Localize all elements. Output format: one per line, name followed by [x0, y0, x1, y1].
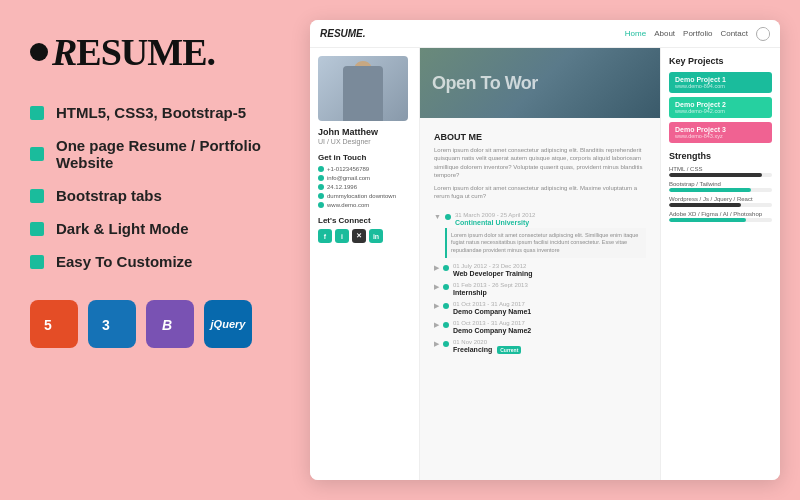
timeline-item-company2: ▶ 01 Oct 2013 - 31 Aug 2017 Demo Company…: [434, 320, 646, 334]
project-title-1: Demo Project 1: [675, 76, 766, 83]
timeline-item-company1: ▶ 01 Oct 2013 - 31 Aug 2017 Demo Company…: [434, 301, 646, 315]
twitter-icon[interactable]: ✕: [352, 229, 366, 243]
timeline-arrow[interactable]: ▶: [434, 321, 439, 329]
timeline-header: 01 July 2012 - 23 Dec 2012 Web Developer…: [453, 263, 533, 277]
feature-item: Bootstrap tabs: [30, 187, 290, 204]
logo-area: RESUME.: [30, 30, 290, 74]
hero-text: Open To Wor: [432, 73, 538, 94]
calendar-icon: [318, 184, 324, 190]
svg-text:3: 3: [102, 317, 110, 333]
nav-link-about[interactable]: About: [654, 29, 675, 38]
timeline-arrow[interactable]: ▶: [434, 264, 439, 272]
feature-label: Dark & Light Mode: [56, 220, 189, 237]
facebook-icon[interactable]: f: [318, 229, 332, 243]
bootstrap-icon: B: [146, 300, 194, 348]
timeline-arrow[interactable]: ▶: [434, 340, 439, 348]
contact-website: www.demo.com: [318, 202, 411, 208]
project-url-1: www.demo-894.com: [675, 83, 766, 89]
skill-label-bootstrap: Bootstrap / Tailwind: [669, 181, 772, 187]
phone-icon: [318, 166, 324, 172]
skill-item-html: HTML / CSS: [669, 166, 772, 177]
social-icons-row: f i ✕ in: [318, 229, 411, 243]
timeline-date: 01 Nov 2020: [453, 339, 521, 345]
jquery-icon: jQuery: [204, 300, 252, 348]
project-title-3: Demo Project 3: [675, 126, 766, 133]
timeline-title: Web Developer Training: [453, 270, 533, 277]
timeline-header: 01 Oct 2013 - 31 Aug 2017 Demo Company N…: [453, 301, 531, 315]
tech-icons-row: 5 3 B jQuery: [30, 300, 290, 348]
nav-link-home[interactable]: Home: [625, 29, 646, 38]
feature-item: Dark & Light Mode: [30, 220, 290, 237]
timeline-section: ▼ 31 March 2009 - 25 April 2012 Continen…: [426, 212, 654, 367]
avatar-image: [318, 56, 408, 121]
skill-bar-fill: [669, 188, 751, 192]
hero-banner: Open To Wor: [420, 48, 660, 118]
preview-body: John Matthew UI / UX Designer Get in Tou…: [310, 48, 780, 480]
feature-item: Easy To Customize: [30, 253, 290, 270]
project-card-2[interactable]: Demo Project 2 www.demo-942.com: [669, 97, 772, 118]
timeline-dot: [443, 322, 449, 328]
bullet-icon: [30, 222, 44, 236]
skill-label-html: HTML / CSS: [669, 166, 772, 172]
skill-bar-bg: [669, 188, 772, 192]
project-url-3: www.demo-843.xyz: [675, 133, 766, 139]
svg-text:5: 5: [44, 317, 52, 333]
timeline-header: 01 Nov 2020 Freelancing Current: [453, 339, 521, 354]
feature-item: One page Resume / Portfolio Website: [30, 137, 290, 171]
nav-link-contact[interactable]: Contact: [720, 29, 748, 38]
preview-main-content: Open To Wor ABOUT ME Lorem ipsum dolor s…: [420, 48, 660, 480]
about-section: ABOUT ME Lorem ipsum dolor sit amet cons…: [426, 124, 654, 212]
timeline-dot: [445, 214, 451, 220]
timeline-header: 01 Feb 2013 - 26 Sept 2013 Internship: [453, 282, 528, 296]
feature-label: HTML5, CSS3, Bootstrap-5: [56, 104, 246, 121]
bullet-icon: [30, 189, 44, 203]
dob-text: 24.12.1996: [327, 184, 357, 190]
phone-number: +1-0123456789: [327, 166, 369, 172]
skill-bar-fill: [669, 203, 741, 207]
project-card-3[interactable]: Demo Project 3 www.demo-843.xyz: [669, 122, 772, 143]
timeline-date: 01 Oct 2013 - 31 Aug 2017: [453, 320, 531, 326]
dark-mode-toggle[interactable]: [756, 27, 770, 41]
left-panel: RESUME. HTML5, CSS3, Bootstrap-5 One pag…: [30, 30, 290, 348]
skill-item-bootstrap: Bootstrap / Tailwind: [669, 181, 772, 192]
preview-panel: RESUME. Home About Portfolio Contact Joh…: [310, 20, 780, 480]
location-text: dummylocation downtown: [327, 193, 396, 199]
timeline-description: Lorem ipsum dolor sit amet consectetur a…: [451, 232, 642, 253]
timeline-arrow[interactable]: ▶: [434, 302, 439, 310]
lets-connect-title: Let's Connect: [318, 216, 411, 225]
timeline-arrow[interactable]: ▼: [434, 213, 441, 220]
about-paragraph-2: Lorem ipsum dolor sit amet consectetur a…: [434, 184, 646, 201]
timeline-arrow[interactable]: ▶: [434, 283, 439, 291]
feature-item: HTML5, CSS3, Bootstrap-5: [30, 104, 290, 121]
strengths-title: Strengths: [669, 151, 772, 161]
profile-name: John Matthew: [318, 127, 411, 137]
timeline-header: 01 Oct 2013 - 31 Aug 2017 Demo Company N…: [453, 320, 531, 334]
skill-bar-bg: [669, 173, 772, 177]
linkedin-icon[interactable]: in: [369, 229, 383, 243]
contact-phone: +1-0123456789: [318, 166, 411, 172]
timeline-item-university: ▼ 31 March 2009 - 25 April 2012 Continen…: [434, 212, 646, 226]
timeline-title: Continental University: [455, 219, 535, 226]
preview-brand: RESUME.: [320, 28, 366, 39]
bullet-icon: [30, 147, 44, 161]
email-icon: [318, 175, 324, 181]
about-left: ABOUT ME Lorem ipsum dolor sit amet cons…: [434, 132, 646, 204]
timeline-title: Demo Company Name2: [453, 327, 531, 334]
skill-bar-fill: [669, 218, 746, 222]
logo-dot-decoration: [30, 43, 48, 61]
skill-bar-bg: [669, 203, 772, 207]
skill-label-wordpress: Wordpress / Js / Jquery / React: [669, 196, 772, 202]
svg-text:B: B: [162, 317, 172, 333]
nav-link-portfolio[interactable]: Portfolio: [683, 29, 712, 38]
profile-role: UI / UX Designer: [318, 138, 411, 145]
skill-item-adobe: Adobe XD / Figma / AI / Photoshop: [669, 211, 772, 222]
email-address: info@gmail.com: [327, 175, 370, 181]
project-card-1[interactable]: Demo Project 1 www.demo-894.com: [669, 72, 772, 93]
feature-label: Easy To Customize: [56, 253, 192, 270]
logo-text: RESUME.: [52, 30, 215, 74]
project-title-2: Demo Project 2: [675, 101, 766, 108]
timeline-dot: [443, 265, 449, 271]
instagram-icon[interactable]: i: [335, 229, 349, 243]
timeline-date: 01 Oct 2013 - 31 Aug 2017: [453, 301, 531, 307]
timeline-date: 01 July 2012 - 23 Dec 2012: [453, 263, 533, 269]
